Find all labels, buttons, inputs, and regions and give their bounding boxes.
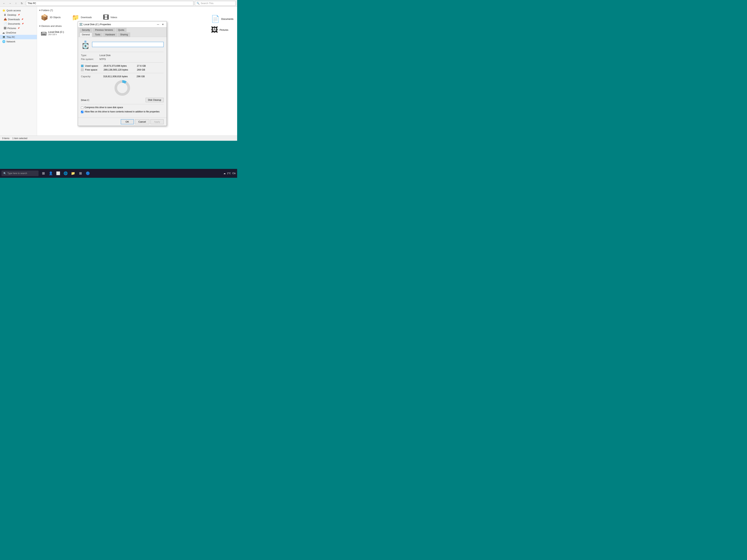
disk-name-input[interactable]: [92, 42, 163, 47]
compress-checkbox[interactable]: [81, 106, 83, 109]
documents-icon: 📄: [4, 22, 7, 25]
sidebar-item-downloads[interactable]: 📥 Downloads 📌: [0, 17, 37, 22]
sidebar-item-documents[interactable]: 📄 Documents 📌: [0, 22, 37, 26]
device-detail: 269 GB fr: [48, 33, 64, 35]
drive-icon: 🖴: [41, 30, 47, 36]
dialog-body: ⊞ 💽 Type: Local Disk File system: NTFS U…: [78, 37, 166, 117]
sidebar-item-label: Quick access: [6, 9, 21, 12]
taskbar-icon-start[interactable]: ⊞: [40, 170, 47, 177]
divider: [81, 73, 163, 73]
refresh-button[interactable]: ↻: [19, 1, 24, 6]
tab-row-2: General Tools Hardware Sharing: [78, 32, 166, 37]
search-bar[interactable]: 🔍 Search This: [195, 1, 236, 6]
pin-icon: 📌: [21, 18, 23, 20]
devices-header-text: Devices and drives: [41, 25, 62, 27]
compress-label: Compress this drive to save disk space: [84, 106, 123, 109]
folder-icon: 🖼: [211, 26, 218, 34]
sidebar-item-onedrive[interactable]: ☁ OneDrive: [0, 30, 37, 35]
taskbar-icon-people[interactable]: 👤: [47, 170, 54, 177]
list-item[interactable]: 🖼 Pictures: [211, 26, 233, 34]
onedrive-icon: ☁: [2, 31, 5, 34]
free-space-row: Free space: 289,138,565,120 bytes 269 GB: [81, 68, 163, 71]
device-info: Local Disk (C:) 269 GB fr: [48, 31, 64, 35]
folders-grid: 📦 3D Objects 📁⬇ Downloads 🎞 Videos: [39, 13, 235, 22]
index-checkbox[interactable]: [81, 111, 83, 113]
donut-chart: [81, 80, 163, 96]
tab-security[interactable]: Security: [79, 28, 92, 32]
search-icon: 🔍: [197, 2, 200, 5]
fs-row: File system: NTFS: [81, 58, 163, 60]
taskbar-icon-taskview[interactable]: ⬜: [55, 170, 61, 177]
fs-label: File system:: [81, 58, 100, 60]
address-bar[interactable]: This PC: [26, 1, 194, 6]
pin-icon: 📌: [18, 14, 20, 16]
tab-hardware[interactable]: Hardware: [103, 32, 118, 37]
list-item[interactable]: 📁⬇ Downloads: [70, 13, 100, 22]
back-button[interactable]: ←: [1, 1, 7, 6]
cancel-button[interactable]: Cancel: [135, 119, 149, 124]
free-color-box: [81, 69, 83, 71]
search-placeholder: Type here to search: [7, 172, 27, 175]
up-button[interactable]: ↑: [14, 1, 19, 6]
sidebar-item-desktop[interactable]: 🖥 Desktop 📌: [0, 12, 37, 17]
ok-button[interactable]: OK: [121, 119, 134, 124]
sidebar-item-label: Desktop: [7, 14, 16, 16]
sidebar-item-label: Pictures: [7, 27, 16, 30]
divider: [81, 104, 163, 104]
tab-quota[interactable]: Quota: [115, 28, 127, 32]
sidebar-item-this-pc[interactable]: 💻 This PC: [0, 35, 37, 39]
capacity-row: Capacity: 318,811,938,816 bytes 296 GB: [81, 75, 163, 78]
compress-checkbox-row: Compress this drive to save disk space: [81, 106, 163, 109]
right-folders: 📄 Documents 🖼 Pictures: [211, 15, 233, 34]
taskbar-icon-windows[interactable]: ⊞: [77, 170, 84, 177]
windows-icon: ⊞: [84, 40, 86, 43]
items-count: 9 items: [2, 137, 9, 140]
sidebar-item-quick-access[interactable]: ⭐ Quick access: [0, 8, 37, 12]
pictures-icon: 🖼: [4, 27, 6, 30]
network-icon: 🌐: [2, 40, 5, 43]
close-button[interactable]: ✕: [161, 22, 165, 27]
pin-icon: 📌: [22, 23, 24, 25]
disk-cleanup-button[interactable]: Disk Cleanup: [146, 98, 163, 102]
list-item[interactable]: 📄 Documents: [211, 15, 233, 23]
fs-value: NTFS: [100, 58, 106, 60]
apply-button[interactable]: Apply: [150, 119, 163, 124]
drive-label: Drive C:: [81, 99, 90, 102]
capacity-gb: 296 GB: [136, 75, 145, 78]
sidebar-item-label: Documents: [8, 22, 20, 25]
free-label: Free space:: [85, 68, 104, 71]
taskbar-search[interactable]: 🔍 Type here to search: [1, 170, 38, 176]
list-item[interactable]: 📦 3D Objects: [39, 13, 69, 22]
tab-sharing[interactable]: Sharing: [118, 32, 130, 37]
taskbar-icon-chrome[interactable]: 🔵: [84, 170, 91, 177]
used-gb: 27.6 GB: [137, 64, 146, 67]
taskbar-icon-explorer[interactable]: 📁: [70, 170, 76, 177]
dialog-title-text: Local Disk (C:) Properties: [83, 23, 111, 26]
list-item[interactable]: 🎞 Videos: [102, 13, 131, 22]
free-bytes: 289,138,565,120 bytes: [104, 68, 137, 71]
tab-general[interactable]: General: [79, 32, 92, 37]
sidebar-item-label: OneDrive: [6, 31, 16, 34]
taskbar-icons: ⊞ 👤 ⬜ 🌐 📁 ⊞ 🔵: [40, 170, 91, 177]
free-gb: 269 GB: [137, 68, 145, 71]
folder-name: Downloads: [81, 16, 92, 19]
type-value: Local Disk: [100, 54, 111, 57]
tab-tools[interactable]: Tools: [93, 32, 103, 37]
device-name: Local Disk (C:): [48, 31, 64, 33]
status-bar: 9 items 1 item selected: [0, 136, 237, 141]
minimize-button[interactable]: —: [156, 22, 160, 27]
sidebar-item-label: Network: [6, 40, 16, 43]
sidebar-item-label: This PC: [6, 36, 15, 38]
chevron-icon: ▾: [39, 25, 41, 27]
weather-temp: 2°C: [227, 172, 231, 175]
sidebar-item-pictures[interactable]: 🖼 Pictures 📌: [0, 26, 37, 30]
type-label: Type:: [81, 54, 100, 57]
tab-previous-versions[interactable]: Previous Versions: [93, 28, 115, 32]
chevron-icon: ▾: [39, 9, 41, 12]
taskbar-icon-edge[interactable]: 🌐: [62, 170, 69, 177]
forward-button[interactable]: →: [7, 1, 12, 6]
tab-row-1: Security Previous Versions Quota: [78, 27, 166, 32]
folder-name: Pictures: [220, 28, 228, 31]
svg-point-1: [116, 81, 129, 95]
sidebar-item-network[interactable]: 🌐 Network: [0, 39, 37, 44]
